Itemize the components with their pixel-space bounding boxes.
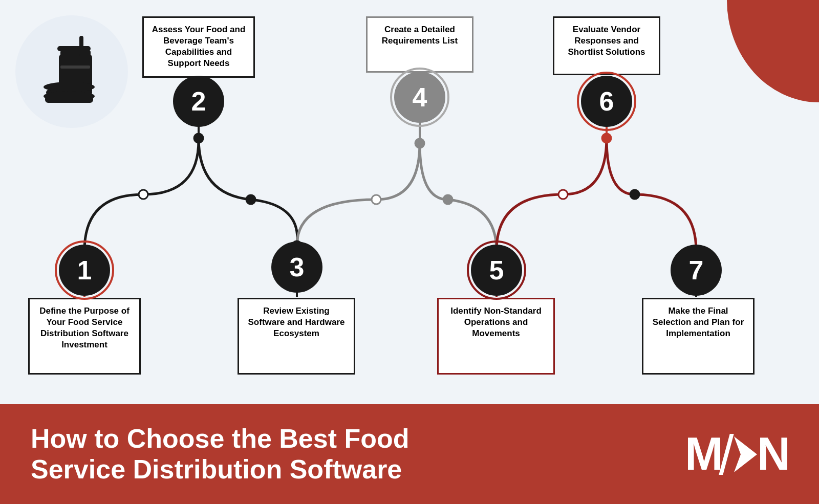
step-7-box: Make the Final Selection and Plan for Im… [642, 298, 755, 375]
svg-point-16 [139, 190, 148, 199]
step-2-circle: 2 [173, 76, 224, 127]
step-3-circle: 3 [271, 242, 322, 293]
step-7-circle: 7 [671, 245, 722, 296]
svg-point-23 [194, 134, 203, 143]
footer-title: How to Choose the Best Food Service Dist… [31, 424, 415, 485]
step-6-box: Evaluate Vendor Responses and Shortlist … [553, 16, 660, 75]
svg-rect-3 [79, 36, 83, 56]
svg-marker-29 [734, 436, 757, 472]
corner-decoration [727, 0, 819, 102]
step-6-circle: 6 [581, 76, 632, 127]
svg-point-21 [630, 190, 639, 199]
food-icon [31, 31, 113, 113]
step-3-box: Review Existing Software and Hardware Ec… [238, 298, 355, 375]
main-area: Assess Your Food and Beverage Team's Cap… [0, 0, 819, 404]
logo-arrow-icon [731, 434, 760, 475]
step-4-circle: 4 [394, 72, 445, 123]
svg-rect-4 [60, 65, 90, 69]
food-icon-area [15, 15, 128, 128]
svg-point-19 [443, 195, 452, 204]
svg-rect-8 [45, 96, 93, 103]
step-5-circle: 5 [471, 245, 522, 296]
step-4-box: Create a Detailed Requirements List [366, 16, 473, 73]
svg-point-27 [602, 134, 611, 143]
footer-bar: How to Choose the Best Food Service Dist… [0, 404, 819, 504]
svg-point-6 [44, 82, 95, 92]
svg-point-17 [246, 195, 255, 204]
step-5-box: Identify Non-Standard Operations and Mov… [437, 298, 555, 375]
step-1-circle: 1 [59, 245, 110, 296]
step-1-box: Define the Purpose of Your Food Service … [28, 298, 141, 375]
svg-rect-2 [57, 46, 91, 51]
step-2-box: Assess Your Food and Beverage Team's Cap… [142, 16, 255, 78]
company-logo: M N [685, 428, 788, 480]
svg-point-20 [558, 190, 568, 199]
svg-point-25 [415, 139, 424, 148]
svg-point-18 [372, 195, 381, 204]
